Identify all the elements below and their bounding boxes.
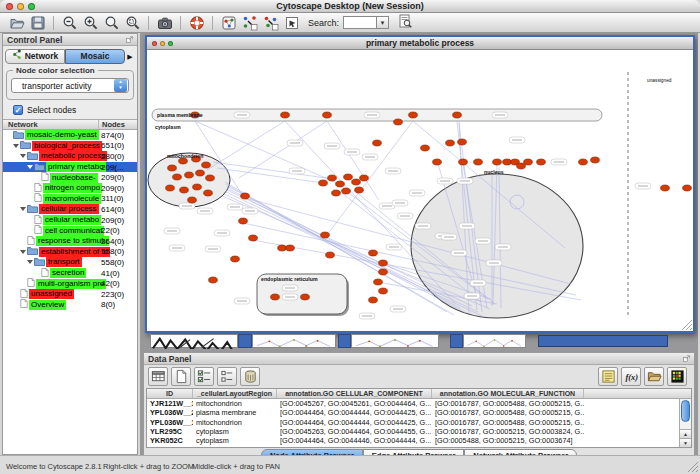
graph-node[interactable] bbox=[373, 140, 382, 146]
tree-row[interactable]: Overview8(0) bbox=[3, 300, 137, 311]
background-window-fragment[interactable] bbox=[538, 335, 668, 347]
tab-network[interactable]: Network bbox=[5, 49, 65, 64]
graph-node[interactable] bbox=[459, 159, 468, 165]
graph-node[interactable] bbox=[524, 159, 533, 165]
column-header[interactable]: _cellularLayoutRegion bbox=[193, 389, 277, 398]
graph-node[interactable] bbox=[239, 218, 248, 224]
graph-node[interactable] bbox=[202, 162, 211, 168]
heatmap-icon[interactable] bbox=[667, 367, 687, 386]
graph-node[interactable] bbox=[328, 175, 337, 181]
expand-arrow-icon[interactable] bbox=[27, 165, 33, 169]
tree-row[interactable]: multi-organism pro42(0) bbox=[3, 278, 137, 289]
graph-node[interactable] bbox=[453, 112, 462, 118]
expand-arrow-icon[interactable] bbox=[20, 207, 26, 211]
graph-node[interactable] bbox=[166, 185, 175, 191]
minimize-button[interactable] bbox=[17, 3, 24, 10]
graph-node[interactable] bbox=[379, 288, 388, 294]
network-view-window[interactable]: primary metabolic process plasma membran… bbox=[145, 35, 695, 333]
graph-node[interactable] bbox=[168, 165, 177, 171]
layout-a-icon[interactable] bbox=[241, 14, 258, 31]
table-row[interactable]: YPL036W__2plasma membrane[GO:0044464, GO… bbox=[147, 408, 691, 417]
select-nodes-checkbox[interactable]: ✓ bbox=[13, 105, 23, 115]
expand-arrow-icon[interactable] bbox=[20, 154, 26, 158]
graph-node[interactable] bbox=[433, 159, 442, 165]
graph-node[interactable] bbox=[249, 235, 258, 241]
tree-row[interactable]: cell communicat22(0) bbox=[3, 225, 137, 236]
graph-node[interactable] bbox=[206, 175, 215, 181]
graph-node[interactable] bbox=[342, 188, 351, 194]
background-window-fragment[interactable] bbox=[450, 334, 463, 348]
tree-row[interactable]: response to stimulu264(0) bbox=[3, 236, 137, 247]
graph-node[interactable] bbox=[369, 297, 378, 303]
graph-node[interactable] bbox=[591, 157, 600, 163]
graph-node[interactable] bbox=[278, 245, 287, 251]
graph-node[interactable] bbox=[196, 170, 205, 176]
zoom-button[interactable] bbox=[168, 41, 173, 46]
graph-node[interactable] bbox=[661, 185, 670, 191]
graph-node[interactable] bbox=[446, 140, 455, 146]
tree-row[interactable]: cellular process614(0) bbox=[3, 204, 137, 215]
formula-icon[interactable]: f(x) bbox=[621, 367, 641, 386]
zoom-out-icon[interactable] bbox=[61, 14, 78, 31]
tree-row[interactable]: unassigned223(0) bbox=[3, 289, 137, 300]
graph-node[interactable] bbox=[231, 256, 240, 262]
new-doc-icon[interactable] bbox=[171, 367, 191, 386]
graph-node[interactable] bbox=[503, 159, 512, 165]
graph-node[interactable] bbox=[209, 277, 218, 283]
graph-node[interactable] bbox=[241, 193, 250, 199]
layout-b-icon[interactable] bbox=[262, 14, 279, 31]
graph-node[interactable] bbox=[683, 185, 692, 191]
search-doc-icon[interactable] bbox=[396, 12, 413, 29]
save-icon[interactable] bbox=[29, 14, 46, 31]
graph-node[interactable] bbox=[188, 197, 197, 203]
tree-row[interactable]: nucleobase-209(0) bbox=[3, 172, 137, 183]
tree-row[interactable]: macromolecule311(0) bbox=[3, 194, 137, 205]
table-row[interactable]: YJR121W__1mitochondrion[GO:0045267, GO:0… bbox=[147, 399, 691, 408]
background-window-fragment[interactable] bbox=[338, 334, 351, 348]
graph-node[interactable] bbox=[323, 112, 332, 118]
table-row[interactable]: YDR039C__1mitochondrion[GO:0044464, GO:0… bbox=[147, 445, 691, 448]
column-header[interactable]: annotation.GO CELLULAR_COMPONENT bbox=[277, 389, 432, 398]
graph-node[interactable] bbox=[360, 175, 369, 181]
close-button[interactable] bbox=[6, 3, 13, 10]
graph-node[interactable] bbox=[458, 139, 467, 145]
attr-batch-icon[interactable] bbox=[598, 367, 618, 386]
expand-arrow-icon[interactable] bbox=[13, 144, 19, 148]
tree-row[interactable]: secretion41(0) bbox=[3, 268, 137, 279]
graph-node[interactable] bbox=[493, 159, 502, 165]
graph-node[interactable] bbox=[344, 174, 353, 180]
search-dropdown-arrow[interactable]: ▼ bbox=[377, 16, 389, 29]
close-button[interactable] bbox=[152, 41, 157, 46]
column-header[interactable]: annotation.GO MOLECULAR_FUNCTION bbox=[432, 389, 584, 398]
graph-edge[interactable] bbox=[239, 121, 327, 178]
network-overview-icon[interactable] bbox=[220, 14, 237, 31]
background-window-fragment[interactable] bbox=[252, 334, 336, 348]
tree-row[interactable]: mosaic-demo-yeast874(0) bbox=[3, 130, 137, 141]
graph-edge[interactable] bbox=[207, 121, 285, 170]
graph-edge[interactable] bbox=[327, 121, 379, 200]
graph-node[interactable] bbox=[180, 187, 189, 193]
graph-node[interactable] bbox=[301, 294, 310, 300]
tree-row[interactable]: nitrogen compo209(0) bbox=[3, 183, 137, 194]
graph-node[interactable] bbox=[379, 260, 388, 266]
select-attributes-icon[interactable] bbox=[194, 367, 214, 386]
graph-node[interactable] bbox=[474, 159, 483, 165]
tree-row[interactable]: biological_process651(0) bbox=[3, 141, 137, 152]
background-window-fragment[interactable] bbox=[238, 334, 252, 348]
graph-node[interactable] bbox=[369, 250, 378, 256]
graph-node[interactable] bbox=[321, 232, 330, 238]
graph-edge[interactable] bbox=[213, 162, 333, 179]
resize-grip-icon[interactable] bbox=[687, 461, 699, 473]
graph-node[interactable] bbox=[332, 190, 341, 196]
scrollbar-thumb[interactable] bbox=[681, 400, 690, 422]
scroll-up-button[interactable]: ▲ bbox=[680, 429, 691, 438]
graph-node[interactable] bbox=[204, 190, 213, 196]
tab-overflow-arrow[interactable]: ▶ bbox=[125, 53, 135, 61]
tree-row[interactable]: primary metabo209(... bbox=[3, 162, 137, 173]
graph-node[interactable] bbox=[537, 159, 546, 165]
graph-node[interactable] bbox=[379, 269, 388, 275]
graph-node[interactable] bbox=[421, 145, 430, 151]
graph-node[interactable] bbox=[409, 112, 418, 118]
graph-node[interactable] bbox=[193, 184, 202, 190]
attr-table-icon[interactable] bbox=[148, 367, 168, 386]
